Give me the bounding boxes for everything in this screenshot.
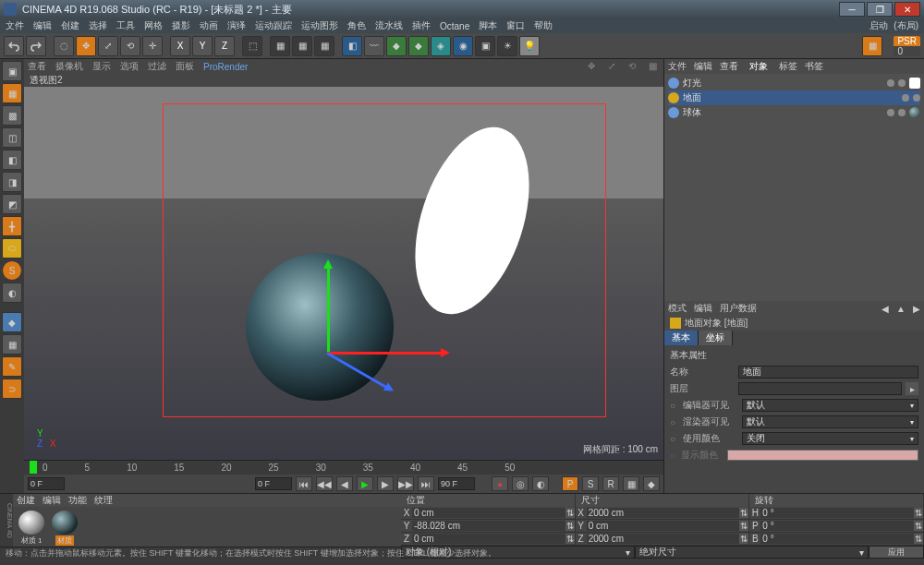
size-z-field[interactable]: 2000 cm (587, 534, 740, 544)
menu-mograph[interactable]: 运动图形 (301, 19, 338, 32)
material-item-selected[interactable]: 材质 (50, 511, 79, 546)
menu-window[interactable]: 窗口 (506, 19, 525, 32)
enable-axis-button[interactable]: ⬭ (2, 238, 22, 258)
undo-button[interactable] (4, 36, 24, 56)
viewport-solo-button[interactable]: ◐ (2, 282, 22, 303)
model-mode-button[interactable]: ▦ (2, 83, 22, 103)
attr-vis-render-select[interactable]: 默认 (742, 415, 918, 428)
make-editable-button[interactable]: ▣ (2, 61, 22, 81)
tweak-button[interactable]: ◆ (2, 312, 22, 332)
keyframe-dot-icon[interactable]: ○ (670, 417, 679, 427)
menu-mesh[interactable]: 网格 (144, 19, 163, 32)
select-tool[interactable]: ◌ (54, 36, 74, 56)
axis-y-button[interactable]: Y (192, 36, 213, 56)
light-tag-icon[interactable] (909, 78, 920, 89)
obj-tab-objects[interactable]: 对象 (746, 60, 772, 73)
render-view-button[interactable]: ▦ (270, 36, 290, 56)
menu-select[interactable]: 选择 (89, 19, 107, 32)
view-menu-view[interactable]: 查看 (28, 60, 46, 73)
minimize-button[interactable]: ─ (839, 2, 865, 17)
axis-mode-button[interactable]: ╋ (2, 216, 22, 236)
close-button[interactable]: ✕ (894, 2, 920, 17)
view-menu-prorender[interactable]: ProRender (203, 62, 248, 72)
light-button[interactable]: ☀ (497, 36, 517, 56)
attr-vis-editor-select[interactable]: 默认 (742, 399, 918, 412)
menu-octane[interactable]: Octane (440, 21, 469, 31)
rot-p-field[interactable]: 0 ° (760, 521, 914, 531)
nav-pan-icon[interactable]: ✥ (588, 61, 599, 72)
polygon-mode-button[interactable]: ◩ (2, 194, 22, 214)
material-tag-icon[interactable] (909, 107, 920, 118)
view-menu-display[interactable]: 显示 (92, 60, 111, 73)
object-row-sphere[interactable]: 球体 (668, 105, 920, 120)
attr-nav-fwd-icon[interactable]: ▶ (913, 304, 920, 314)
environment-button[interactable]: ◉ (453, 36, 473, 56)
spline-button[interactable]: 〰 (364, 36, 384, 56)
pos-key-button[interactable]: P (562, 476, 578, 491)
menu-snap[interactable]: 摄影 (172, 19, 190, 32)
obj-tab-file[interactable]: 文件 (668, 60, 687, 73)
render-dot[interactable] (898, 79, 906, 87)
view-menu-filter[interactable]: 过滤 (148, 60, 166, 73)
attr-nav-back-icon[interactable]: ◀ (881, 304, 889, 314)
nav-rotate-icon[interactable]: ⟲ (628, 61, 639, 72)
prev-key-button[interactable]: ◀◀ (316, 476, 333, 491)
size-x-field[interactable]: 2000 cm (587, 508, 740, 518)
render-region-button[interactable]: ▦ (292, 36, 312, 56)
coord-system-button[interactable]: ⬚ (242, 36, 262, 56)
snap-button[interactable]: S (2, 260, 22, 281)
view-menu-options[interactable]: 选项 (120, 60, 139, 73)
attr-nav-up-icon[interactable]: ▲ (896, 304, 906, 314)
coord-size-mode-select[interactable]: 绝对尺寸▾ (635, 546, 869, 559)
mat-tab-create[interactable]: 创建 (17, 494, 35, 507)
object-row-light[interactable]: 灯光 (668, 76, 920, 90)
autokey-button[interactable]: ◎ (512, 476, 529, 491)
view-menu-camera[interactable]: 摄像机 (55, 60, 83, 73)
attr-subtab-basic[interactable]: 基本 (664, 331, 699, 345)
rot-b-field[interactable]: 0 ° (760, 534, 914, 544)
generator2-button[interactable]: ◆ (408, 36, 429, 56)
pla-key-button[interactable]: ◆ (643, 476, 660, 491)
end-frame-field[interactable]: 90 F (438, 477, 475, 490)
scale-tool[interactable]: ⤢ (98, 36, 118, 56)
attr-color-swatch[interactable] (727, 450, 918, 461)
axis-x-button[interactable]: X (170, 36, 190, 56)
redo-button[interactable] (26, 36, 46, 56)
attr-tab-userdata[interactable]: 用户数据 (720, 302, 757, 315)
pos-z-field[interactable]: 0 cm (412, 534, 565, 544)
attr-subtab-coord[interactable]: 坐标 (699, 331, 733, 345)
attr-tab-mode[interactable]: 模式 (668, 302, 687, 315)
menu-script[interactable]: 脚本 (479, 19, 497, 32)
next-key-button[interactable]: ▶▶ (397, 476, 414, 491)
keyframe-dot-icon[interactable]: ○ (670, 401, 679, 411)
current-frame-field[interactable]: 0 F (255, 477, 292, 490)
pos-y-field[interactable]: -88.028 cm (412, 521, 565, 531)
menu-edit[interactable]: 编辑 (33, 19, 52, 32)
mat-tab-texture[interactable]: 纹理 (94, 494, 113, 507)
menu-tools[interactable]: 工具 (116, 19, 135, 32)
magnet-button[interactable]: ⊃ (2, 379, 22, 399)
visibility-dot[interactable] (887, 79, 894, 87)
param-key-button[interactable]: ▦ (623, 476, 639, 491)
mat-tab-edit[interactable]: 编辑 (43, 494, 61, 507)
object-row-floor[interactable]: 地面 (668, 90, 920, 105)
material-item[interactable]: 材质 1 (17, 511, 46, 546)
menu-file[interactable]: 文件 (6, 19, 24, 32)
menu-create[interactable]: 创建 (61, 19, 79, 32)
menu-plugins[interactable]: 插件 (412, 19, 431, 32)
attr-usecolor-select[interactable]: 关闭 (742, 432, 918, 445)
camera-button[interactable]: ▣ (475, 36, 495, 56)
locked-button[interactable]: ▦ (2, 334, 22, 355)
point-mode-button[interactable]: ◧ (2, 150, 22, 170)
visibility-dot[interactable] (887, 109, 894, 116)
menu-pipeline[interactable]: 流水线 (375, 19, 403, 32)
edge-mode-button[interactable]: ◨ (2, 172, 22, 192)
brush-button[interactable]: ✎ (2, 356, 22, 377)
layout-select[interactable]: (布局) (894, 19, 918, 32)
start-frame-field[interactable]: 0 F (28, 477, 65, 490)
record-button[interactable]: ● (492, 476, 508, 491)
play-button[interactable]: ▶ (357, 476, 373, 491)
pos-x-field[interactable]: 0 cm (412, 508, 565, 518)
menu-character[interactable]: 角色 (347, 19, 366, 32)
keyframe-sel-button[interactable]: ◐ (532, 476, 549, 491)
